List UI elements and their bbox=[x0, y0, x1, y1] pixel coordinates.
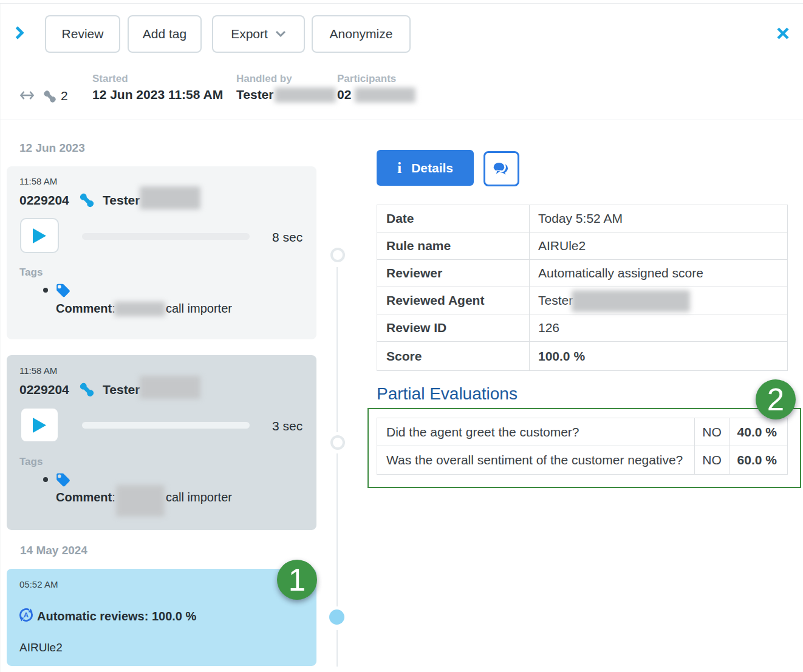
svg-text:A: A bbox=[24, 611, 29, 619]
